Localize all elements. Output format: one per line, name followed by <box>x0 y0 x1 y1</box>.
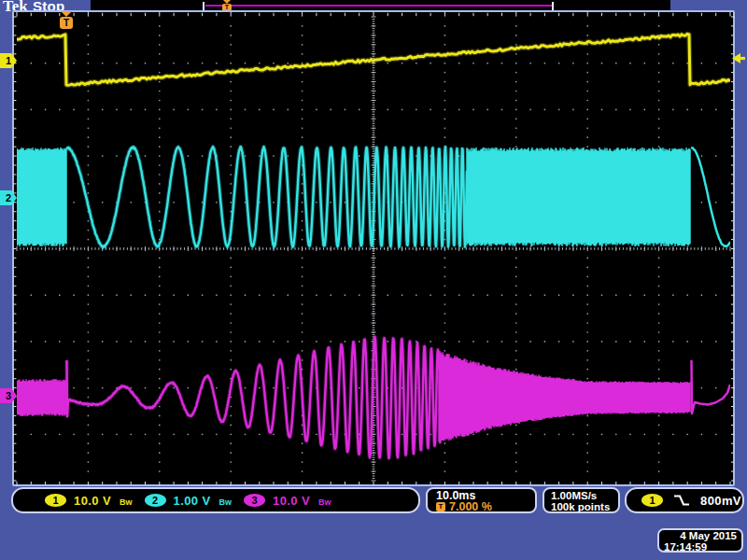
ch3-bandwidth-icon: Bᴡ <box>318 497 331 507</box>
time-label: 17:14:59 <box>664 542 737 553</box>
ch2-badge: 2 <box>145 494 166 507</box>
ch3-badge: 3 <box>244 494 265 507</box>
trigger-position-percent: 7.000 % <box>449 500 492 513</box>
ch1-scale: 10.0 V <box>74 494 111 508</box>
ch1-bandwidth-icon: Bᴡ <box>120 497 133 507</box>
channels-readout-bar: 1 10.0 V Bᴡ 2 1.00 V Bᴡ 3 10.0 V Bᴡ <box>11 487 420 513</box>
ch2-trace-tail <box>691 147 730 246</box>
record-length: 100k points <box>551 501 618 512</box>
trigger-t-icon: T <box>60 17 73 29</box>
acquisition-readout: 1.00MS/s 100k points <box>543 487 620 513</box>
trigger-source-badge: 1 <box>641 494 663 507</box>
ch2-readout: 2 1.00 V Bᴡ <box>145 494 233 508</box>
ch2-scale: 1.00 V <box>174 494 211 508</box>
trigger-position-flag: T <box>59 11 74 29</box>
ch3-trace <box>67 337 440 458</box>
ch3-scale: 10.0 V <box>273 494 310 508</box>
trigger-t-icon: T <box>436 502 445 511</box>
datetime-box: 4 May 2015 17:14:59 <box>657 528 743 553</box>
sample-rate: 1.00MS/s <box>551 490 618 501</box>
trigger-readout: 1 800mV <box>625 487 744 513</box>
ch3-trace-tail <box>692 360 731 413</box>
date-label: 4 May 2015 <box>664 531 737 542</box>
oscilloscope-screen: Tek Stop T T 1 2 3 1 10.0 V <box>0 0 747 560</box>
plot-area <box>0 0 747 560</box>
ch1-badge: 1 <box>45 494 66 507</box>
falling-edge-icon <box>673 494 690 507</box>
horizontal-readout: 10.0ms T 7.000 % <box>426 487 537 513</box>
ch2-bandwidth-icon: Bᴡ <box>219 497 233 507</box>
trigger-level: 800mV <box>700 494 741 508</box>
ch1-readout: 1 10.0 V Bᴡ <box>45 494 133 508</box>
trigger-level-arrow <box>732 53 745 63</box>
ch3-readout: 3 10.0 V Bᴡ <box>244 494 331 508</box>
